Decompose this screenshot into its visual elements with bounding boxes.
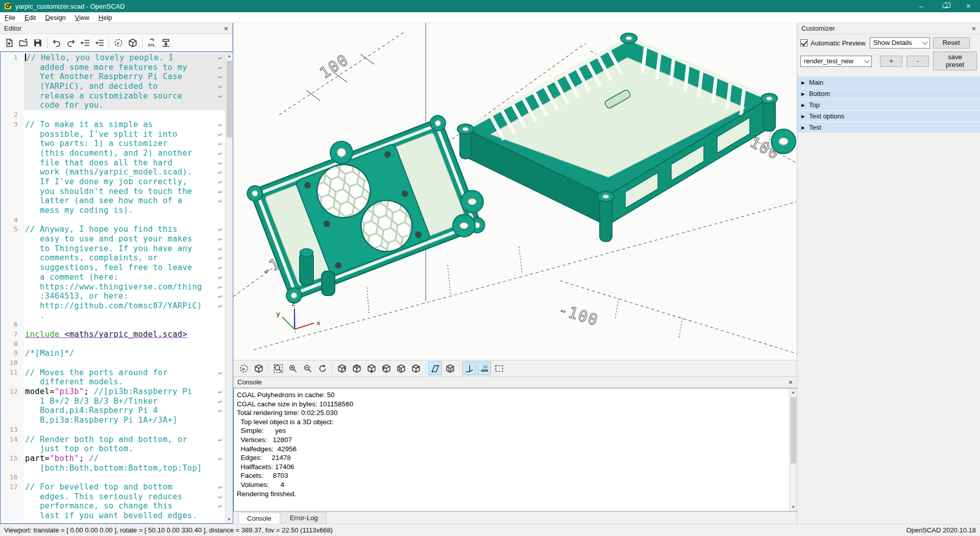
console-scroll-thumb[interactable] [791,397,796,464]
code-line-text: (this document), and 2) another↵ [24,149,225,158]
minimize-button[interactable]: – [910,0,933,12]
console-line: Facets: 8703 [237,471,797,480]
code-line-text: // Anyway, I hope you find this↵ [24,225,225,234]
tab-error-log[interactable]: Error-Log [281,512,327,524]
undo-icon[interactable] [50,36,64,50]
view-right-icon[interactable] [335,361,349,375]
code-line-text: (YARPiC), and decided to↵ [24,82,225,91]
view-back-icon[interactable] [409,361,423,375]
code-line-text: added some more features to my↵ [24,63,225,72]
code-line-text: model="pi3b"; //[pi3b:Raspberry Pi↵ [24,387,225,397]
preview-icon[interactable]: » [237,361,251,375]
menu-file[interactable]: File [0,13,20,22]
view-bottom-icon[interactable] [364,361,378,375]
svg-text:STL: STL [148,42,156,47]
show-scale-icon[interactable]: 10 [477,361,491,375]
code-row: work (maths/yarpic_model.scad).↵ [1,167,225,177]
customizer-group-top[interactable]: ▶Top [797,100,980,111]
code-line-text: // Hello, you lovely people. I↵ [24,53,225,63]
expand-triangle-icon[interactable]: ▶ [801,91,805,96]
code-line-text [24,339,225,349]
orthogonal-icon[interactable] [443,361,457,375]
customizer-group-text-options[interactable]: ▶Text options [797,111,980,122]
indent-icon[interactable] [92,36,107,50]
customizer-close-icon[interactable]: × [972,25,976,32]
save-icon[interactable] [31,36,45,50]
line-wrap-icon: ↵ [218,493,223,502]
line-number [1,291,24,301]
expand-triangle-icon[interactable]: ▶ [801,125,805,130]
scroll-down-icon[interactable]: ▼ [226,516,233,523]
unindent-icon[interactable] [78,36,92,50]
scroll-up-icon[interactable]: ▲ [790,388,797,396]
menu-edit[interactable]: Edit [20,13,40,22]
scroll-up-icon[interactable]: ▲ [226,52,233,60]
view-left-icon[interactable] [379,361,393,375]
customizer-panel-title: Customizer [801,25,835,32]
open-folder-icon[interactable] [16,36,31,50]
3d-viewport[interactable]: 100 -100 -100 100 [233,23,797,360]
restore-button[interactable] [933,0,957,12]
customizer-group-bottom[interactable]: ▶Bottom [797,88,980,100]
render-icon[interactable] [252,361,265,375]
line-number: 7 [1,330,24,339]
add-preset-button[interactable]: + [880,56,902,67]
close-window-button[interactable]: × [957,0,980,12]
code-row: If I've done my job correctly,↵ [1,177,225,187]
render-icon[interactable] [126,36,140,50]
menu-help[interactable]: Help [94,13,117,22]
expand-triangle-icon[interactable]: ▶ [801,103,805,108]
export-stl-icon[interactable]: STL [144,36,159,50]
scroll-down-icon[interactable]: ▼ [790,503,797,511]
line-wrap-icon: ↵ [218,283,223,293]
tab-console[interactable]: Console [238,513,280,524]
new-document-icon[interactable] [2,36,16,50]
preset-dropdown[interactable]: render_test_new [800,56,872,67]
show-details-dropdown[interactable]: Show Details [870,37,930,48]
code-row: (YARPiC), and decided to↵ [1,82,225,91]
zoom-all-icon[interactable] [271,361,285,375]
line-wrap-icon: ↵ [218,397,223,407]
print-3d-icon[interactable] [159,36,173,50]
code-editor[interactable]: 1// Hello, you lovely people. I↵ added s… [0,52,233,524]
console-output[interactable]: CGAL Polyhedrons in cache: 50CGAL cache … [233,388,797,511]
remove-preset-button[interactable]: - [906,56,929,67]
zoom-in-icon[interactable] [286,361,300,375]
save-preset-button[interactable]: save preset [933,52,977,70]
code-row: 12model="pi3b"; //[pi3b:Raspberry Pi↵ [1,387,225,397]
code-line-text [24,358,225,368]
view-top-icon[interactable] [350,361,363,375]
view-front-icon[interactable] [394,361,408,375]
view-all-icon[interactable] [492,361,506,375]
perspective-icon[interactable] [428,361,442,375]
automatic-preview-checkbox[interactable] [800,39,807,46]
line-wrap-icon: ↵ [218,454,223,464]
line-wrap-icon: ↵ [218,149,223,159]
redo-icon[interactable] [64,36,78,50]
menu-design[interactable]: Design [40,13,70,22]
console-scrollbar[interactable]: ▲ ▼ [789,388,797,511]
console-close-icon[interactable]: × [789,379,793,386]
menu-view[interactable]: View [70,13,94,22]
toolbar-separator [142,38,142,48]
expand-triangle-icon[interactable]: ▶ [801,80,805,85]
line-wrap-icon: ↵ [218,387,223,397]
expand-triangle-icon[interactable]: ▶ [801,114,805,119]
preview-icon[interactable]: » [111,36,126,50]
show-axes-icon[interactable] [462,361,476,375]
line-wrap-icon: ↵ [218,120,223,130]
editor-scrollbar[interactable]: ▲ ▼ [225,52,233,523]
reset-view-icon[interactable] [315,361,329,375]
customizer-group-main[interactable]: ▶Main [797,77,980,88]
editor-scroll-thumb[interactable] [227,61,232,137]
group-label: Text options [809,112,844,120]
reset-button[interactable]: Reset [933,37,970,48]
code-row: 8 [1,339,225,349]
code-line-text: file that does all the hard↵ [24,158,225,168]
customizer-group-test[interactable]: ▶Test [797,122,980,133]
line-number [1,492,24,502]
editor-close-icon[interactable]: × [224,25,228,32]
zoom-out-icon[interactable] [301,361,314,375]
code-row: just top or bottom. [1,444,225,454]
console-text: CGAL Polyhedrons in cache: 50CGAL cache … [234,388,797,498]
